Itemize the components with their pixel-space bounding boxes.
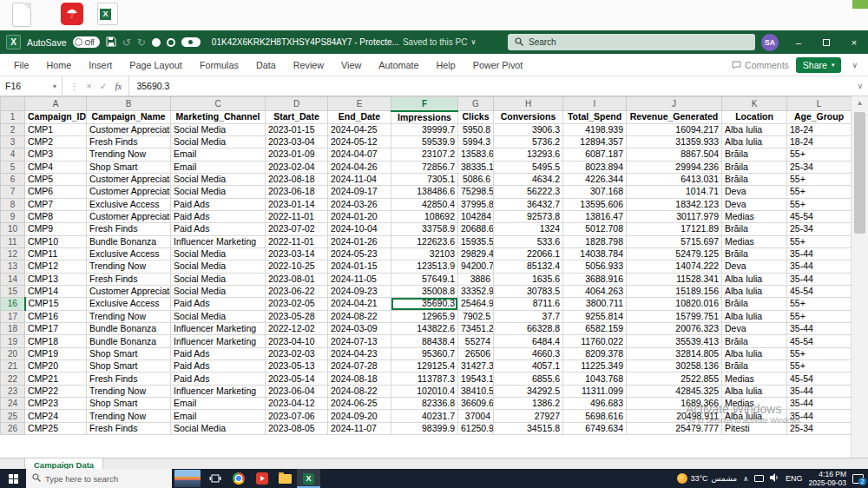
cell-F2[interactable]: 39999.7 xyxy=(391,123,458,135)
field-header-end_date[interactable]: End_Date xyxy=(328,111,391,124)
file-explorer-icon[interactable] xyxy=(273,469,297,488)
cell-D19[interactable]: 2023-04-10 xyxy=(266,335,328,347)
row-header-2[interactable]: 2 xyxy=(1,123,25,135)
select-all-corner[interactable] xyxy=(1,97,25,111)
cell-C23[interactable]: Influencer Marketing xyxy=(171,385,266,397)
cell-F22[interactable]: 113787.3 xyxy=(391,373,458,385)
row-header-12[interactable]: 12 xyxy=(1,247,25,260)
cell-G22[interactable]: 19543.1 xyxy=(458,373,494,385)
cell-L2[interactable]: 18-24 xyxy=(787,123,852,135)
media-app-icon[interactable] xyxy=(250,469,273,488)
cell-H20[interactable]: 4660.3 xyxy=(494,347,563,359)
cell-A22[interactable]: CMP21 xyxy=(25,373,87,385)
cell-L14[interactable]: 35-44 xyxy=(787,273,852,285)
cell-A21[interactable]: CMP20 xyxy=(25,360,87,373)
cell-F5[interactable]: 72856.7 xyxy=(391,161,458,173)
cell-J23[interactable]: 42845.325 xyxy=(627,385,722,397)
avatar[interactable]: SA xyxy=(761,34,779,51)
excel-app-icon[interactable]: X xyxy=(6,35,21,49)
hidden-icons-chevron[interactable]: ∧ xyxy=(743,475,748,483)
cell-B16[interactable]: Exclusive Access xyxy=(87,298,171,310)
cell-A12[interactable]: CMP11 xyxy=(25,247,87,260)
cell-C17[interactable]: Social Media xyxy=(171,310,266,322)
cell-C22[interactable]: Paid Ads xyxy=(171,373,266,385)
row-header-8[interactable]: 8 xyxy=(1,198,25,210)
cell-D16[interactable]: 2023-02-05 xyxy=(266,298,328,310)
field-header-total_spend[interactable]: Total_Spend xyxy=(563,111,627,124)
column-header-J[interactable]: J xyxy=(627,97,722,111)
enter-icon[interactable]: ✓ xyxy=(100,81,108,91)
cell-E21[interactable]: 2024-07-28 xyxy=(328,360,391,373)
cell-H17[interactable]: 37.7 xyxy=(494,310,563,322)
cell-F7[interactable]: 138486.6 xyxy=(391,186,458,198)
field-header-start_date[interactable]: Start_Date xyxy=(266,111,328,124)
cell-F11[interactable]: 122623.6 xyxy=(391,235,458,247)
cell-K2[interactable]: Alba Iulia xyxy=(722,123,787,135)
cell-F15[interactable]: 35008.8 xyxy=(391,285,458,297)
field-header-campaign_id[interactable]: Campaign_ID xyxy=(25,111,87,124)
cell-A13[interactable]: CMP12 xyxy=(25,260,87,273)
cell-A15[interactable]: CMP14 xyxy=(25,285,87,297)
cell-C20[interactable]: Paid Ads xyxy=(171,347,266,359)
cell-C14[interactable]: Social Media xyxy=(171,273,266,285)
field-header-impressions[interactable]: Impressions xyxy=(391,111,458,124)
field-header-location[interactable]: Location xyxy=(722,111,787,124)
cell-D2[interactable]: 2023-01-15 xyxy=(266,123,328,135)
column-header-H[interactable]: H xyxy=(494,97,563,111)
row-header-15[interactable]: 15 xyxy=(1,285,25,297)
cell-I7[interactable]: 307.168 xyxy=(563,186,627,198)
titlebar-search[interactable]: Search xyxy=(508,34,755,50)
cell-K4[interactable]: Brăila xyxy=(722,148,787,161)
cell-K6[interactable]: Brăila xyxy=(722,173,787,185)
field-header-campaign_name[interactable]: Campaign_Name xyxy=(87,111,171,124)
cell-B13[interactable]: Trending Now xyxy=(87,260,171,273)
cell-J21[interactable]: 30258.136 xyxy=(627,360,722,373)
cell-D8[interactable]: 2023-01-14 xyxy=(266,198,328,210)
cell-F16[interactable]: 35690.3 xyxy=(391,298,458,310)
cell-D4[interactable]: 2023-01-09 xyxy=(266,148,328,161)
cell-G24[interactable]: 36609.6 xyxy=(458,398,494,410)
cell-A19[interactable]: CMP18 xyxy=(25,335,87,347)
cell-J8[interactable]: 18342.123 xyxy=(627,198,722,210)
overlay-pill-icon[interactable] xyxy=(181,37,201,47)
cell-J2[interactable]: 16094.217 xyxy=(627,123,722,135)
cell-I15[interactable]: 4064.263 xyxy=(563,285,627,297)
cell-E18[interactable]: 2024-03-09 xyxy=(328,323,391,335)
saved-status[interactable]: Saved to this PC xyxy=(403,37,467,47)
cell-I14[interactable]: 3688.916 xyxy=(563,273,627,285)
cell-I12[interactable]: 14038.784 xyxy=(563,247,627,260)
cell-L24[interactable]: 35-44 xyxy=(787,398,852,410)
cell-I16[interactable]: 3800.711 xyxy=(563,298,627,310)
cell-I6[interactable]: 4226.344 xyxy=(563,173,627,185)
cell-A6[interactable]: CMP5 xyxy=(25,173,87,185)
row-header-21[interactable]: 21 xyxy=(1,360,25,373)
redo-icon[interactable]: ↻ xyxy=(137,37,146,48)
undo-icon[interactable]: ↺ xyxy=(122,37,131,48)
formula-bar-expand-icon[interactable]: ∨ xyxy=(852,82,868,90)
cell-B26[interactable]: Fresh Finds xyxy=(87,422,171,434)
column-header-I[interactable]: I xyxy=(563,97,627,111)
record-icon[interactable] xyxy=(152,38,161,47)
cell-F10[interactable]: 33758.9 xyxy=(391,223,458,235)
cell-A16[interactable]: CMP15 xyxy=(25,298,87,310)
cell-G7[interactable]: 75298.5 xyxy=(458,186,494,198)
cell-E6[interactable]: 2024-11-04 xyxy=(328,173,391,185)
cell-J12[interactable]: 52479.125 xyxy=(627,247,722,260)
cell-E11[interactable]: 2024-01-26 xyxy=(328,235,391,247)
save-icon[interactable] xyxy=(106,36,116,49)
cell-I5[interactable]: 8023.894 xyxy=(563,161,627,173)
cell-J5[interactable]: 29994.236 xyxy=(627,161,722,173)
cell-B23[interactable]: Trending Now xyxy=(87,385,171,397)
cell-C13[interactable]: Social Media xyxy=(171,260,266,273)
cell-E13[interactable]: 2024-01-15 xyxy=(328,260,391,273)
row-header-3[interactable]: 3 xyxy=(1,135,25,148)
cell-A9[interactable]: CMP8 xyxy=(25,210,87,222)
cell-J10[interactable]: 17121.89 xyxy=(627,223,722,235)
cell-H25[interactable]: 27927 xyxy=(494,410,563,422)
cell-A8[interactable]: CMP7 xyxy=(25,198,87,210)
field-header-revenue_generated[interactable]: Revenue_Generated xyxy=(627,111,722,124)
cell-D25[interactable]: 2023-07-06 xyxy=(266,410,328,422)
menu-tab-page-layout[interactable]: Page Layout xyxy=(121,54,191,76)
menu-tab-power-pivot[interactable]: Power Pivot xyxy=(464,54,532,76)
row-header-10[interactable]: 10 xyxy=(1,223,25,235)
